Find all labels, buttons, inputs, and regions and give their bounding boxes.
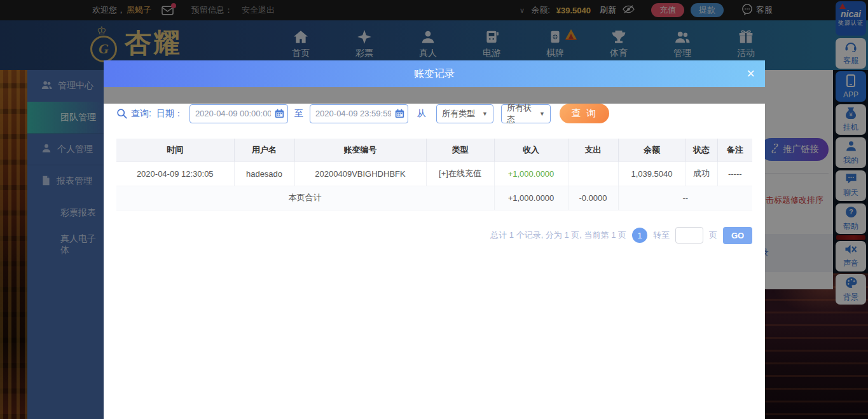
type-select[interactable]: 所有类型 ▼ <box>436 104 493 123</box>
close-icon[interactable]: × <box>747 67 755 81</box>
cell-type: [+]在线充值 <box>426 161 494 186</box>
account-change-modal: 账变记录 × 查询: 日期： 至 从 所有类型 ▼ <box>104 60 765 419</box>
col-time: 时间 <box>116 139 234 161</box>
to-label: 至 <box>294 108 303 120</box>
summary-balance: -- <box>618 186 752 210</box>
cell-expense <box>568 161 618 186</box>
search-icon <box>116 108 127 119</box>
cell-income: +1,000.0000 <box>494 161 568 186</box>
records-table: 时间 用户名 账变编号 类型 收入 支出 余额 状态 备注 2020-04-09… <box>116 139 752 210</box>
table-row: 2020-04-09 12:30:05 hadesado 20200409VBI… <box>116 161 752 186</box>
goto-label: 转至 <box>653 230 670 241</box>
search-form: 查询: 日期： 至 从 所有类型 ▼ 所有状态 ▼ <box>116 104 752 123</box>
from-label: 从 <box>417 108 426 120</box>
col-status: 状态 <box>685 139 717 161</box>
query-label: 查询: <box>131 108 151 120</box>
cell-record-no: 20200409VBIGHDHBFK <box>294 161 426 186</box>
query-submit-button[interactable]: 查 询 <box>560 104 609 123</box>
col-balance: 余额 <box>618 139 685 161</box>
date-from-input[interactable] <box>189 104 288 123</box>
go-button[interactable]: GO <box>723 227 752 244</box>
col-type: 类型 <box>426 139 494 161</box>
col-income: 收入 <box>494 139 568 161</box>
modal-body: 查询: 日期： 至 从 所有类型 ▼ 所有状态 ▼ <box>104 104 765 419</box>
summary-row: 本页合计 +1,000.0000 -0.0000 -- <box>116 186 752 210</box>
cell-status: 成功 <box>685 161 717 186</box>
cell-time: 2020-04-09 12:30:05 <box>116 161 234 186</box>
page-unit-label: 页 <box>709 230 717 241</box>
status-select[interactable]: 所有状态 ▼ <box>501 104 551 123</box>
col-username: 用户名 <box>234 139 294 161</box>
cell-username: hadesado <box>234 161 294 186</box>
goto-page-input[interactable] <box>675 227 703 244</box>
date-to-input[interactable] <box>310 104 408 123</box>
cell-remark: ----- <box>717 161 752 186</box>
summary-label: 本页合计 <box>116 186 494 210</box>
col-record-no: 账变编号 <box>294 139 426 161</box>
modal-header: 账变记录 × <box>104 60 765 87</box>
page-1-button[interactable]: 1 <box>632 228 647 243</box>
pagination: 总计 1 个记录, 分为 1 页, 当前第 1 页 1 转至 页 GO <box>104 227 752 244</box>
chevron-down-icon: ▼ <box>482 111 488 117</box>
pagination-info: 总计 1 个记录, 分为 1 页, 当前第 1 页 <box>490 230 626 241</box>
date-label: 日期： <box>156 108 183 120</box>
col-remark: 备注 <box>717 139 752 161</box>
summary-income: +1,000.0000 <box>494 186 568 210</box>
calendar-icon[interactable] <box>275 109 284 120</box>
table-header-row: 时间 用户名 账变编号 类型 收入 支出 余额 状态 备注 <box>116 139 752 161</box>
summary-expense: -0.0000 <box>568 186 618 210</box>
calendar-icon[interactable] <box>395 109 404 120</box>
chevron-down-icon: ▼ <box>539 111 545 117</box>
modal-title: 账变记录 <box>414 67 455 81</box>
col-expense: 支出 <box>568 139 618 161</box>
cell-balance: 1,039.5040 <box>618 161 685 186</box>
screen: 欢迎您， 黑蝎子 预留信息： 安全退出 ∨ 余额: ¥39.5040 刷新 充值… <box>0 0 868 419</box>
